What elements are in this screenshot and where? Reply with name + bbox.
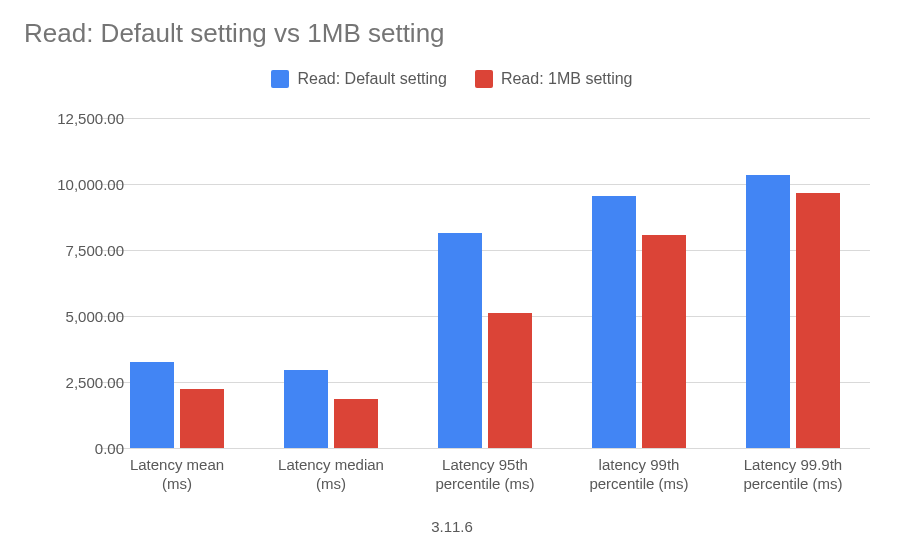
legend-label-0: Read: Default setting [297,70,446,88]
y-tick-label: 10,000.00 [34,176,124,193]
legend: Read: Default setting Read: 1MB setting [0,70,904,88]
legend-item-series-1: Read: 1MB setting [475,70,633,88]
bar [592,196,636,448]
y-tick-label: 0.00 [34,440,124,457]
bar [284,370,328,448]
chart-title: Read: Default setting vs 1MB setting [24,18,445,49]
legend-item-series-0: Read: Default setting [271,70,446,88]
legend-swatch-0 [271,70,289,88]
y-tick-label: 12,500.00 [34,110,124,127]
bar [642,235,686,448]
x-axis-labels: Latency mean(ms)Latency median(ms)Latenc… [100,456,870,494]
bar [796,193,840,448]
legend-label-1: Read: 1MB setting [501,70,633,88]
x-tick-label: Latency mean(ms) [100,456,254,494]
x-tick-label: latency 99thpercentile (ms) [562,456,716,494]
y-tick-label: 2,500.00 [34,374,124,391]
bar [488,313,532,448]
y-tick-label: 7,500.00 [34,242,124,259]
bar [746,175,790,448]
x-tick-label: Latency median(ms) [254,456,408,494]
gridline [100,448,870,449]
legend-swatch-1 [475,70,493,88]
bar [438,233,482,448]
bar [130,362,174,448]
bar-group [100,118,254,448]
bars-container [100,118,870,448]
bar-group [716,118,870,448]
bar [180,389,224,448]
x-tick-label: Latency 99.9thpercentile (ms) [716,456,870,494]
bar-group [254,118,408,448]
x-axis-title: 3.11.6 [0,518,904,535]
bar [334,399,378,448]
x-tick-label: Latency 95thpercentile (ms) [408,456,562,494]
bar-group [562,118,716,448]
bar-group [408,118,562,448]
plot-area [100,118,870,448]
y-tick-label: 5,000.00 [34,308,124,325]
